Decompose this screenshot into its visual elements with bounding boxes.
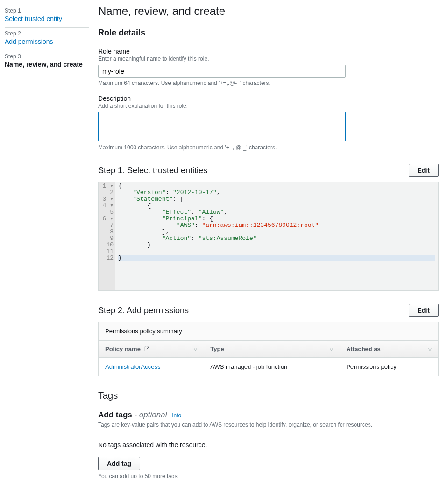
step2-title: Step 2: Add permissions [98,306,189,316]
description-field: Description Add a short explanation for … [98,95,439,151]
step-number: Step 3 [5,53,89,60]
info-link[interactable]: Info [172,412,181,419]
role-details-header: Role details [98,28,439,41]
external-link-icon [144,346,149,351]
table-row: AdministratorAccess AWS managed - job fu… [99,358,438,376]
sort-icon: ▽ [330,347,333,351]
step-title[interactable]: Add permissions [5,38,89,45]
policy-link[interactable]: AdministratorAccess [105,363,160,370]
line-gutter: 1 ▾ 2 3 ▾ 4 ▾ 5 6 ▾ 7 8 9 10 11 12 [99,182,115,290]
sidebar-step-1[interactable]: Step 1 Select trusted entity [5,5,89,28]
description-input[interactable] [98,112,346,141]
role-name-label: Role name [98,48,439,55]
wizard-sidebar: Step 1 Select trusted entity Step 2 Add … [0,0,93,478]
add-tags-label: Add tags [98,410,132,419]
role-name-field: Role name Enter a meaningful name to ide… [98,48,439,86]
role-name-constraint: Maximum 64 characters. Use alphanumeric … [98,80,439,86]
add-tags-row: Add tags - optional Info [98,410,439,420]
permissions-summary-caption: Permissions policy summary [99,322,438,340]
col-attached-as[interactable]: Attached as ▽ [340,341,438,357]
description-hint: Add a short explanation for this role. [98,103,439,109]
main-content: Name, review, and create Role details Ro… [93,0,448,478]
permissions-summary-box: Permissions policy summary Policy name ▽… [98,322,439,376]
sidebar-step-3: Step 3 Name, review, and create [5,50,89,73]
optional-label: - optional [134,410,167,419]
sidebar-step-2[interactable]: Step 2 Add permissions [5,28,89,50]
policy-type-cell: AWS managed - job function [204,358,340,376]
step-title[interactable]: Select trusted entity [5,15,89,22]
tags-limit: You can add up to 50 more tags. [98,473,439,478]
step-number: Step 2 [5,30,89,37]
role-name-input[interactable] [98,65,346,78]
policy-name-cell: AdministratorAccess [99,358,204,376]
tags-header: Tags [98,390,439,401]
trust-policy-editor[interactable]: 1 ▾ 2 3 ▾ 4 ▾ 5 6 ▾ 7 8 9 10 11 12 { "Ve… [98,182,439,291]
description-constraint: Maximum 1000 characters. Use alphanumeri… [98,144,439,151]
tags-hint: Tags are key-value pairs that you can ad… [98,422,439,428]
sort-icon: ▽ [428,347,432,351]
step1-header-row: Step 1: Select trusted entities Edit [98,164,439,177]
role-name-hint: Enter a meaningful name to identify this… [98,56,439,62]
add-tag-button[interactable]: Add tag [98,457,140,470]
col-type[interactable]: Type ▽ [204,341,340,357]
step1-edit-button[interactable]: Edit [409,164,439,177]
description-label: Description [98,95,439,102]
col-policy-name[interactable]: Policy name ▽ [99,341,204,357]
sort-icon: ▽ [194,347,197,351]
step1-title: Step 1: Select trusted entities [98,166,207,176]
step-title: Name, review, and create [5,61,89,68]
code-body[interactable]: { "Version": "2012-10-17", "Statement": … [115,182,438,290]
permissions-table-header: Policy name ▽ Type ▽ Attached as ▽ [99,340,438,358]
step2-edit-button[interactable]: Edit [409,304,439,317]
step-number: Step 1 [5,7,89,14]
policy-attached-cell: Permissions policy [340,358,438,376]
step2-header-row: Step 2: Add permissions Edit [98,304,439,317]
page-title: Name, review, and create [98,5,439,18]
no-tags-text: No tags associated with the resource. [98,441,439,449]
